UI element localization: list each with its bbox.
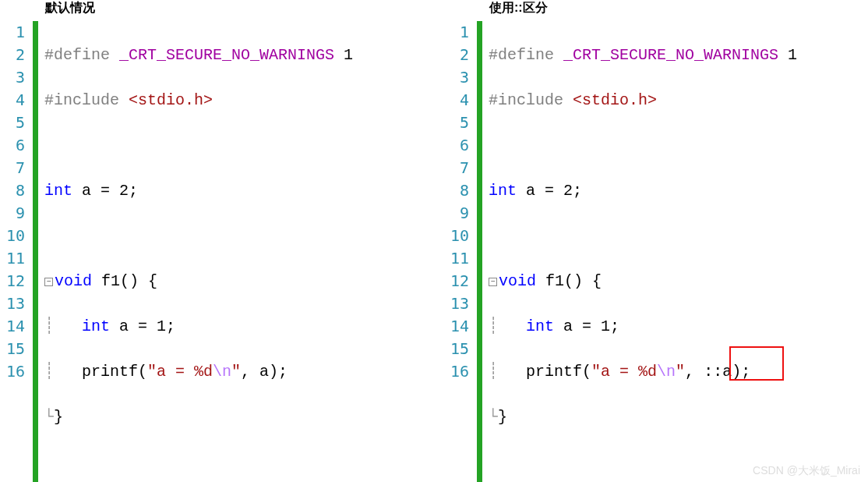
line-number: 16 <box>444 360 469 383</box>
line-number: 11 <box>0 247 25 270</box>
right-code: #define _CRT_SECURE_NO_WARNINGS 1 #inclu… <box>482 21 797 482</box>
escape-seq: \n <box>213 363 231 381</box>
code-text: , a); <box>241 363 288 381</box>
line-number: 12 <box>0 270 25 292</box>
line-number: 7 <box>0 157 25 179</box>
line-number: 8 <box>0 179 25 202</box>
left-line-numbers: 1 2 3 4 5 6 7 8 9 10 11 12 13 14 15 16 <box>0 21 33 482</box>
highlight-box <box>729 346 784 381</box>
line-number: 9 <box>444 202 469 225</box>
right-line-numbers: 1 2 3 4 5 6 7 8 9 10 11 12 13 14 15 16 <box>444 21 477 482</box>
fold-icon[interactable]: − <box>44 278 53 286</box>
line-number: 1 <box>0 21 25 44</box>
line-number: 7 <box>444 157 469 179</box>
line-number: 9 <box>0 202 25 225</box>
left-pane: 默认情况 1 2 3 4 5 6 7 8 9 10 11 12 13 14 15… <box>0 0 397 482</box>
line-number: 16 <box>0 360 25 383</box>
line-number: 4 <box>0 89 25 112</box>
keyword: int <box>82 317 110 335</box>
line-number: 3 <box>444 66 469 89</box>
edit-tracking-bar <box>33 21 38 482</box>
code-text: } <box>54 408 63 426</box>
preproc: #define <box>489 46 563 64</box>
line-number: 2 <box>444 44 469 66</box>
code-text: 1 <box>334 46 353 64</box>
string-literal: "a = %d <box>147 363 213 381</box>
line-number: 6 <box>0 134 25 157</box>
angle-include: <stdio.h> <box>129 91 213 109</box>
edit-tracking-bar <box>477 21 482 482</box>
keyword: int <box>526 317 554 335</box>
code-text: f1() { <box>92 272 157 290</box>
preproc: #define <box>44 46 119 64</box>
code-text: a = 1; <box>554 317 619 335</box>
right-title: 使用::区分 <box>489 0 842 16</box>
line-number: 10 <box>0 225 25 247</box>
code-text: , <box>685 363 704 381</box>
code-text: a = 2; <box>517 182 582 200</box>
macro-name: _CRT_SECURE_NO_WARNINGS <box>119 46 334 64</box>
code-text: f1() { <box>536 272 602 290</box>
right-code-block: 1 2 3 4 5 6 7 8 9 10 11 12 13 14 15 16 #… <box>444 21 842 482</box>
angle-include: <stdio.h> <box>573 91 657 109</box>
line-number: 15 <box>0 338 25 360</box>
string-literal: " <box>231 363 241 381</box>
line-number: 1 <box>444 21 469 44</box>
line-number: 6 <box>444 134 469 157</box>
line-number: 10 <box>444 225 469 247</box>
watermark: CSDN @大米饭_Mirai <box>753 464 860 478</box>
line-number: 13 <box>0 292 25 315</box>
line-number: 12 <box>444 270 469 292</box>
left-code: #define _CRT_SECURE_NO_WARNINGS 1 #inclu… <box>38 21 353 482</box>
line-number: 5 <box>0 112 25 134</box>
left-code-block: 1 2 3 4 5 6 7 8 9 10 11 12 13 14 15 16 #… <box>0 21 397 482</box>
code-text: a = 2; <box>72 182 138 200</box>
code-text: printf( <box>526 363 591 381</box>
keyword: void <box>55 272 92 290</box>
line-number: 8 <box>444 179 469 202</box>
keyword: int <box>489 182 517 200</box>
code-text: 1 <box>778 46 797 64</box>
string-literal: "a = %d <box>591 363 657 381</box>
line-number: 14 <box>444 315 469 338</box>
escape-seq: \n <box>657 363 676 381</box>
line-number: 3 <box>0 66 25 89</box>
code-text: } <box>498 408 507 426</box>
left-title: 默认情况 <box>45 0 397 16</box>
right-pane: 使用::区分 1 2 3 4 5 6 7 8 9 10 11 12 13 14 … <box>444 0 842 482</box>
keyword: int <box>44 182 72 200</box>
line-number: 4 <box>444 89 469 112</box>
code-text: a = 1; <box>110 317 175 335</box>
preproc: #include <box>44 91 129 109</box>
line-number: 5 <box>444 112 469 134</box>
keyword: void <box>499 272 536 290</box>
preproc: #include <box>489 91 573 109</box>
string-literal: " <box>676 363 685 381</box>
code-text: printf( <box>82 363 147 381</box>
line-number: 14 <box>0 315 25 338</box>
macro-name: _CRT_SECURE_NO_WARNINGS <box>563 46 778 64</box>
fold-icon[interactable]: − <box>489 278 497 286</box>
line-number: 11 <box>444 247 469 270</box>
line-number: 15 <box>444 338 469 360</box>
line-number: 13 <box>444 292 469 315</box>
line-number: 2 <box>0 44 25 66</box>
